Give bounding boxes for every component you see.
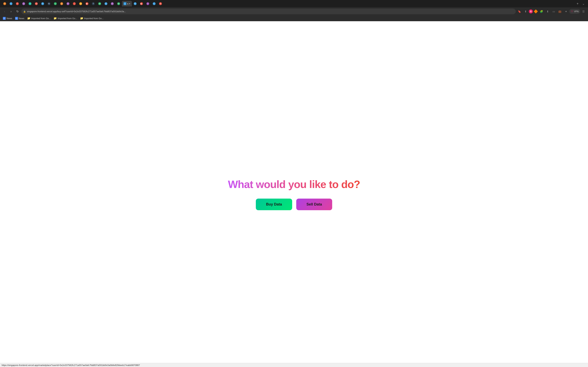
forward-button[interactable]: › (8, 8, 14, 14)
extensions-button[interactable]: 🧩 (539, 8, 544, 14)
address-bar[interactable]: 🔒 singapore-frontend.vercel.app/buy-sell… (21, 8, 516, 14)
tab-favicon-n: N (48, 2, 51, 5)
folder-icon-3: 📁 (80, 17, 83, 20)
tab-favicon-p2: P (67, 2, 69, 5)
tab-m1[interactable]: M (78, 1, 84, 7)
tab-s1[interactable]: S (21, 1, 27, 7)
tab-d[interactable]: d (59, 1, 65, 7)
tab-g[interactable]: G (103, 1, 109, 7)
tab-bar: Y C F S V W P N U (0, 0, 588, 7)
tab-favicon-dd: D (146, 2, 149, 5)
tab-m2[interactable]: M (96, 1, 103, 7)
tab-favicon-c2: C (153, 2, 156, 5)
page-headline: What would you like to do? (228, 178, 360, 191)
tab-p1[interactable]: P (40, 1, 46, 7)
tab-favicon-m1: M (79, 2, 82, 5)
status-bar: https://singapore-frontend.vercel.app/ma… (0, 363, 588, 367)
url-display: singapore-frontend.vercel.app/buy-sell?u… (27, 10, 514, 13)
security-lock-icon: 🔒 (23, 10, 26, 13)
menu-button[interactable]: ☰ (581, 8, 586, 14)
bookmark-label-folder-1: Imported from Go... (31, 17, 51, 20)
action-buttons: Buy Data Sell Data (256, 199, 332, 210)
tab-c1[interactable]: C (8, 1, 14, 7)
bookmark-favicon-news-2: G (15, 17, 18, 20)
tab-active-label: s × (127, 2, 130, 5)
tab-favicon-c1: C (9, 2, 12, 5)
main-content: What would you like to do? Buy Data Sell… (0, 21, 588, 367)
tab-dd[interactable]: D (145, 1, 151, 7)
sell-data-button[interactable]: Sell Data (296, 199, 332, 210)
status-url: https://singapore-frontend.vercel.app/ma… (2, 364, 140, 366)
tab-favicon-w1: W (35, 2, 38, 5)
tab-w1[interactable]: W (33, 1, 39, 7)
bookmark-label-news-1: News (7, 17, 12, 20)
folder-icon-2: 📁 (53, 17, 57, 20)
tab-favicon-f: F (16, 2, 19, 5)
tab-r[interactable]: R (157, 1, 164, 7)
reload-button[interactable]: ↻ (15, 8, 20, 14)
tab-favicon-u: U (54, 2, 57, 5)
tab-favicon-w2: W (117, 2, 120, 5)
tab-yt[interactable]: ▶ (84, 1, 90, 7)
tab-p3[interactable]: P (109, 1, 115, 7)
tab-v[interactable]: V (27, 1, 33, 7)
tab-overflow-button[interactable]: ⌄ (581, 1, 586, 7)
vpn-button[interactable]: 🛡 VPN (569, 9, 580, 14)
wallet-button[interactable]: 💼 (557, 8, 563, 14)
bookmark-label-folder-2: Imported from Go... (58, 17, 77, 20)
tab-favicon-g: G (104, 2, 107, 5)
browser-chrome: Y C F S V W P N U (0, 0, 588, 21)
downloads-button[interactable]: ⬇ (545, 8, 550, 14)
brave-shield-icon[interactable]: B (529, 9, 533, 13)
tab-favicon-paren: ( (73, 2, 76, 5)
bookmark-news-1[interactable]: G News (2, 17, 13, 20)
tab-favicon-yt: ▶ (86, 2, 88, 5)
tab-c2[interactable]: C (151, 1, 157, 7)
tab-favicon-yt2: ▶ (140, 2, 143, 5)
bookmark-folder-1[interactable]: 📁 Imported from Go... (26, 16, 52, 20)
toolbar-right: 🔖 ⬆ B 🧩 ⬇ ▭ 💼 ✦ 🛡 VPN ☰ (517, 8, 586, 14)
bookmarks-bar: G News G News 📁 Imported from Go... 📁 Im… (0, 16, 588, 21)
tab-favicon-p3: P (111, 2, 114, 5)
bookmark-folder-3[interactable]: 📁 Imported from Go... (79, 16, 105, 20)
bookmark-folder-2[interactable]: 📁 Imported from Go... (52, 16, 78, 20)
tab-active[interactable]: s s × (122, 1, 132, 7)
tab-paren[interactable]: ( (71, 1, 77, 7)
buy-data-button[interactable]: Buy Data (256, 199, 292, 210)
vpn-label: VPN (574, 10, 579, 13)
tab-favicon-y: Y (3, 2, 6, 5)
leo-button[interactable]: ✦ (563, 8, 569, 14)
tab-f[interactable]: F (14, 1, 20, 7)
tab-y[interactable]: Y (2, 1, 8, 7)
tab-u[interactable]: U (52, 1, 58, 7)
tab-favicon-r: R (159, 2, 162, 5)
bookmark-label-folder-3: Imported from Go... (84, 17, 104, 20)
tab-n[interactable]: N (46, 1, 52, 7)
tab-p2[interactable]: P (65, 1, 71, 7)
new-tab-button[interactable]: + (575, 1, 580, 7)
folder-icon-1: 📁 (27, 17, 30, 20)
warning-icon (534, 9, 538, 13)
tab-favicon-m2: M (98, 2, 101, 5)
tab-e[interactable]: E (132, 1, 138, 7)
tab-favicon-v: V (29, 2, 31, 5)
share-button[interactable]: ⬆ (523, 8, 528, 14)
tab-w2[interactable]: W (116, 1, 122, 7)
tab-favicon-s1: S (22, 2, 25, 5)
navigation-toolbar: ‹ › ↻ 🔒 singapore-frontend.vercel.app/bu… (0, 7, 588, 16)
back-button[interactable]: ‹ (2, 8, 7, 14)
tab-favicon-d: d (60, 2, 63, 5)
bookmark-button[interactable]: 🔖 (517, 8, 522, 14)
vpn-icon: 🛡 (571, 10, 573, 13)
tab-favicon-active: s (123, 2, 126, 5)
tab-t[interactable]: T (90, 1, 96, 7)
bookmark-label-news-2: News (19, 17, 25, 20)
tab-favicon-e: E (134, 2, 137, 5)
bookmark-favicon-news-1: G (3, 17, 6, 20)
tab-yt2[interactable]: ▶ (138, 1, 145, 7)
tab-favicon-t: T (92, 2, 95, 5)
tab-favicon-p1: P (41, 2, 44, 5)
sidebar-button[interactable]: ▭ (551, 8, 557, 14)
bookmark-news-2[interactable]: G News (14, 17, 26, 20)
